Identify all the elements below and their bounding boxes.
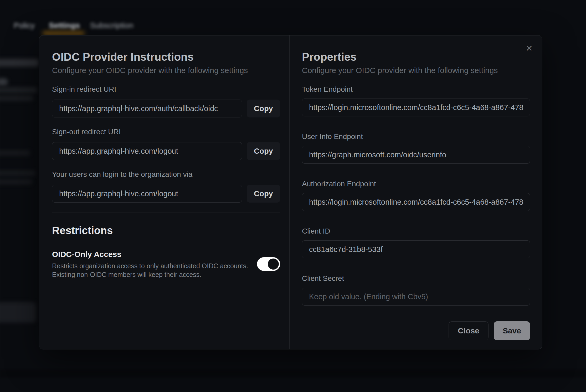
- authorization-endpoint-input[interactable]: [302, 193, 530, 211]
- copy-sign-in-uri-button[interactable]: Copy: [247, 100, 280, 117]
- active-tab-indicator: [43, 32, 85, 35]
- toggle-thumb: [268, 259, 279, 270]
- blurred-background-text: [0, 59, 39, 67]
- oidc-only-access-toggle[interactable]: [257, 257, 280, 271]
- user-info-endpoint-row: [302, 146, 530, 164]
- blurred-background-dot: [0, 78, 8, 86]
- user-info-endpoint-label: User Info Endpoint: [302, 132, 530, 141]
- blurred-background-text: [0, 96, 33, 101]
- authorization-endpoint-label: Authorization Endpoint: [302, 179, 530, 188]
- client-id-label: Client ID: [302, 227, 530, 236]
- section-divider: [52, 213, 280, 213]
- restrictions-title: Restrictions: [52, 224, 280, 237]
- instructions-subtitle: Configure your OIDC provider with the fo…: [52, 65, 280, 75]
- token-endpoint-input[interactable]: [302, 99, 530, 116]
- dialog-footer: Close Save: [302, 321, 530, 340]
- properties-section: Properties Configure your OIDC provider …: [302, 35, 530, 340]
- column-divider: [289, 35, 290, 349]
- user-info-endpoint-input[interactable]: [302, 146, 530, 164]
- sign-out-redirect-uri-label: Sign-out redirect URI: [52, 127, 280, 136]
- organization-login-uri-input[interactable]: [52, 185, 242, 203]
- copy-sign-out-uri-button[interactable]: Copy: [247, 142, 280, 160]
- properties-title: Properties: [302, 50, 530, 64]
- client-secret-label: Client Secret: [302, 274, 530, 283]
- client-id-input[interactable]: [302, 240, 530, 258]
- client-id-row: [302, 240, 530, 258]
- oidc-only-access-text: OIDC-Only Access Restricts organization …: [52, 249, 252, 279]
- tab-policy[interactable]: Policy: [11, 19, 37, 32]
- tab-settings[interactable]: Settings: [47, 19, 81, 32]
- oidc-only-access-description-line1: Restricts organization access to only au…: [52, 262, 252, 270]
- sign-in-redirect-uri-input[interactable]: [52, 100, 242, 117]
- copy-login-uri-button[interactable]: Copy: [247, 185, 280, 203]
- oidc-only-access-description-line2: Existing non-OIDC members will keep thei…: [52, 270, 252, 279]
- oidc-settings-dialog: ✕ OIDC Provider Instructions Configure y…: [39, 35, 542, 349]
- close-button[interactable]: Close: [449, 321, 489, 340]
- token-endpoint-label: Token Endpoint: [302, 85, 530, 94]
- instructions-title: OIDC Provider Instructions: [52, 50, 280, 64]
- properties-subtitle: Configure your OIDC provider with the fo…: [302, 65, 530, 75]
- sign-out-redirect-uri-input[interactable]: [52, 142, 242, 160]
- token-endpoint-row: [302, 99, 530, 116]
- client-secret-row: [302, 288, 530, 306]
- blurred-background-text: [0, 87, 37, 93]
- blurred-background-text: [0, 170, 35, 176]
- oidc-provider-instructions-section: OIDC Provider Instructions Configure you…: [52, 35, 280, 279]
- blurred-background-text: [0, 179, 32, 184]
- organization-login-uri-label: Your users can login to the organization…: [52, 170, 280, 179]
- oidc-only-access-label: OIDC-Only Access: [52, 249, 252, 260]
- sign-in-redirect-uri-label: Sign-in redirect URI: [52, 85, 280, 94]
- sign-in-redirect-uri-row: Copy: [52, 100, 280, 117]
- tab-bar: Policy Settings Subscription: [0, 0, 586, 35]
- client-secret-input[interactable]: [302, 288, 530, 306]
- background-footer-band: [0, 370, 586, 377]
- authorization-endpoint-row: [302, 193, 530, 211]
- save-button[interactable]: Save: [494, 321, 530, 340]
- blurred-background-button: [0, 302, 36, 323]
- organization-login-uri-row: Copy: [52, 185, 280, 203]
- tab-subscription[interactable]: Subscription: [89, 19, 134, 32]
- blurred-background-text: [0, 150, 30, 156]
- sign-out-redirect-uri-row: Copy: [52, 142, 280, 160]
- oidc-only-access-row: OIDC-Only Access Restricts organization …: [52, 249, 280, 279]
- page-background: Policy Settings Subscription ✕ OIDC Prov…: [0, 0, 586, 392]
